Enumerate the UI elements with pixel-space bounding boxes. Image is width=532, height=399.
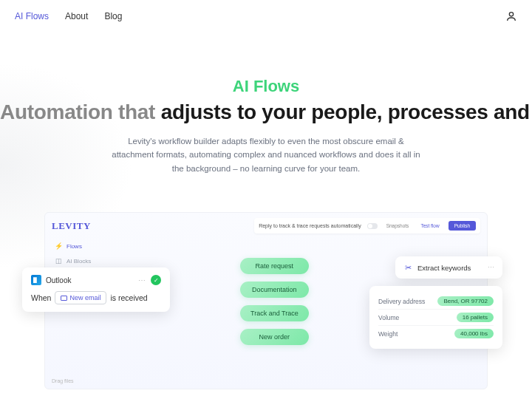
outlook-body: When New email is received: [31, 291, 161, 304]
top-nav: AI Flows About Blog: [0, 0, 532, 33]
field-value-weight: 40,000 lbs: [454, 329, 494, 338]
toolbar: Reply to track & trace requests automati…: [254, 218, 480, 233]
hero-title-light: Automation that: [0, 100, 161, 123]
hero-subtitle: Levity's workflow builder adapts flexibl…: [107, 134, 425, 175]
new-email-label: New email: [69, 294, 100, 301]
field-row-weight: Weight 40,000 lbs: [378, 325, 494, 341]
category-chips: Rate request Documentation Track and Tra…: [240, 258, 309, 345]
nav-link-blog[interactable]: Blog: [104, 11, 122, 21]
svg-point-0: [509, 13, 513, 16]
chip-documentation[interactable]: Documentation: [240, 282, 309, 298]
outlook-title: Outlook: [46, 276, 71, 284]
toolbar-testflow[interactable]: Test flow: [417, 222, 442, 230]
chip-new-order[interactable]: New order: [240, 329, 309, 345]
hero-section: AI Flows Automation that adjusts to your…: [0, 33, 532, 197]
field-label-volume: Volume: [378, 314, 399, 321]
product-header: LEVITY Reply to track & trace requests a…: [52, 218, 480, 233]
sidebar-item-blocks[interactable]: ◫ AI Blocks: [52, 253, 111, 268]
new-email-chip[interactable]: New email: [55, 291, 106, 304]
chip-track-trace[interactable]: Track and Trace: [240, 305, 309, 321]
toolbar-snapshots[interactable]: Snapshots: [383, 222, 412, 230]
field-value-address: Bend, OR 97702: [437, 296, 494, 306]
blocks-icon: ◫: [55, 257, 62, 265]
extract-icon: ✂: [403, 262, 413, 273]
footer-tag: Drag files: [52, 378, 74, 383]
nav-link-aiflows[interactable]: AI Flows: [15, 11, 49, 21]
hero-title-green: AI Flows: [0, 77, 532, 96]
sidebar-blocks-label: AI Blocks: [66, 258, 91, 265]
field-label-weight: Weight: [378, 330, 398, 338]
sidebar-item-flows[interactable]: ⚡ Flows: [52, 239, 111, 253]
outlook-header: Outlook ⋯ ✓: [31, 275, 161, 285]
product-screenshot: LEVITY Reply to track & trace requests a…: [44, 212, 488, 389]
nav-links: AI Flows About Blog: [15, 11, 122, 21]
chip-rate-request[interactable]: Rate request: [240, 258, 309, 274]
check-icon: ✓: [151, 275, 161, 285]
publish-button[interactable]: Publish: [449, 221, 476, 231]
hero-title-main: Automation that adjusts to your people, …: [0, 100, 532, 124]
fields-card: Delivery address Bend, OR 97702 Volume 1…: [369, 286, 502, 349]
nav-link-about[interactable]: About: [65, 11, 88, 21]
levity-logo: LEVITY: [52, 220, 91, 232]
outlook-when: When: [31, 293, 51, 302]
field-value-volume: 16 pallets: [457, 313, 494, 322]
hero-title-bold: adjusts to your people, processes and to…: [161, 100, 532, 123]
product-sidebar: ⚡ Flows ◫ AI Blocks: [52, 239, 111, 268]
extract-card[interactable]: ✂ Extract keywords ⋯: [395, 256, 502, 279]
field-label-address: Delivery address: [378, 298, 425, 305]
field-row-volume: Volume 16 pallets: [378, 309, 494, 325]
flows-icon: ⚡: [55, 242, 62, 250]
extract-title: Extract keywords: [417, 264, 471, 272]
toolbar-title: Reply to track & trace requests automati…: [259, 223, 361, 228]
sidebar-flows-label: Flows: [66, 243, 82, 250]
mail-icon: [61, 296, 67, 301]
user-icon[interactable]: [505, 10, 517, 22]
extract-menu-icon[interactable]: ⋯: [488, 264, 495, 271]
toolbar-toggle[interactable]: [367, 223, 378, 229]
outlook-icon: [31, 275, 41, 285]
outlook-menu-icon[interactable]: ⋯: [138, 276, 146, 284]
outlook-received: is received: [110, 293, 147, 302]
field-row-address: Delivery address Bend, OR 97702: [378, 293, 494, 309]
outlook-card[interactable]: Outlook ⋯ ✓ When New email is received: [22, 267, 170, 312]
